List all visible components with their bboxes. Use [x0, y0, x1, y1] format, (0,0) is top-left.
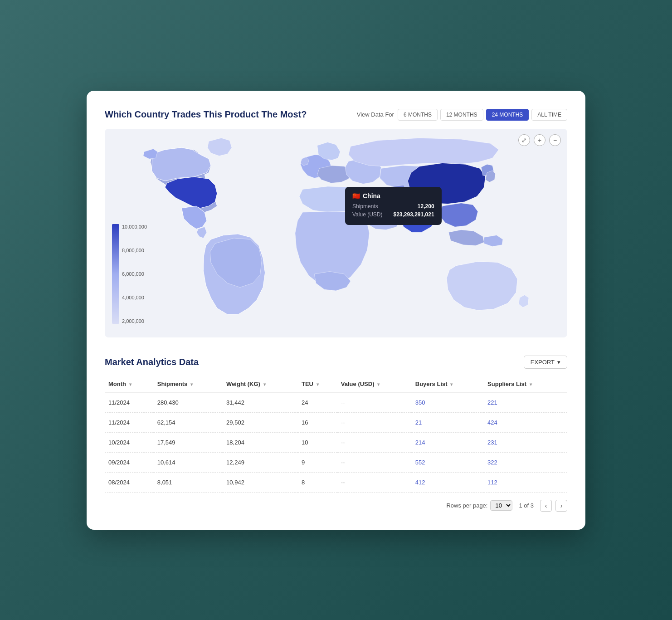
time-btn-all-time[interactable]: ALL TIME [531, 109, 567, 121]
cell-value--usd-: -- [337, 412, 412, 432]
tooltip-flag: 🇨🇳 [352, 192, 360, 200]
cell-teu: 9 [298, 452, 337, 472]
cell-value--usd-: -- [337, 452, 412, 472]
cell-suppliers-list[interactable]: 112 [484, 472, 567, 492]
main-card: Which Country Trades This Product The Mo… [87, 91, 585, 530]
sort-icon: ▾ [129, 382, 131, 387]
sort-icon: ▾ [190, 382, 193, 387]
time-btn-24-months[interactable]: 24 MONTHS [486, 109, 529, 121]
export-button[interactable]: EXPORT ▾ [524, 356, 567, 369]
cell-buyers-list[interactable]: 412 [412, 472, 484, 492]
table-title: Market Analytics Data [105, 357, 199, 367]
cell-month: 10/2024 [105, 432, 154, 452]
sort-icon: ▾ [377, 382, 380, 387]
export-label: EXPORT [531, 359, 555, 366]
zoom-out-button[interactable]: − [549, 134, 561, 146]
table-row: 11/202462,15429,50216--21424 [105, 412, 567, 432]
table-footer: Rows per page: 10 25 50 1 of 3 ‹ › [105, 500, 567, 512]
cell-suppliers-list[interactable]: 322 [484, 452, 567, 472]
sort-icon: ▾ [317, 382, 319, 387]
next-page-button[interactable]: › [555, 500, 567, 512]
cell-weight--kg-: 12,249 [223, 452, 298, 472]
table-row: 11/2024280,43031,44224--350221 [105, 392, 567, 413]
map-controls: ⤢ + − [518, 134, 561, 146]
col-header-buyers-list[interactable]: Buyers List ▾ [412, 376, 484, 392]
cell-teu: 24 [298, 392, 337, 413]
rows-per-page: Rows per page: 10 25 50 [446, 500, 512, 511]
sort-icon: ▾ [263, 382, 266, 387]
analytics-table: Month ▾Shipments ▾Weight (KG) ▾TEU ▾Valu… [105, 376, 567, 493]
cell-teu: 16 [298, 412, 337, 432]
view-data-controls: View Data For 6 MONTHS12 MONTHS24 MONTHS… [357, 109, 567, 121]
cell-value--usd-: -- [337, 472, 412, 492]
legend-label: 6,000,000 [122, 271, 147, 277]
col-header-teu[interactable]: TEU ▾ [298, 376, 337, 392]
cell-shipments: 62,154 [154, 412, 223, 432]
col-header-weight--kg-[interactable]: Weight (KG) ▾ [223, 376, 298, 392]
col-header-value--usd-[interactable]: Value (USD) ▾ [337, 376, 412, 392]
tooltip-shipments-row: Shipments 12,200 [352, 203, 434, 210]
table-header-row: Month ▾Shipments ▾Weight (KG) ▾TEU ▾Valu… [105, 376, 567, 392]
map-title: Which Country Trades This Product The Mo… [105, 109, 307, 120]
export-chevron-icon: ▾ [557, 359, 560, 366]
fullscreen-button[interactable]: ⤢ [518, 134, 530, 146]
cell-value--usd-: -- [337, 392, 412, 413]
cell-buyers-list[interactable]: 214 [412, 432, 484, 452]
legend-label: 10,000,000 [122, 224, 147, 229]
cell-buyers-list[interactable]: 21 [412, 412, 484, 432]
cell-weight--kg-: 31,442 [223, 392, 298, 413]
prev-page-button[interactable]: ‹ [540, 500, 552, 512]
rows-per-page-label: Rows per page: [446, 502, 487, 509]
cell-teu: 10 [298, 432, 337, 452]
legend-label: 4,000,000 [122, 295, 147, 300]
col-header-month[interactable]: Month ▾ [105, 376, 154, 392]
cell-month: 09/2024 [105, 452, 154, 472]
cell-buyers-list[interactable]: 350 [412, 392, 484, 413]
cell-weight--kg-: 18,204 [223, 432, 298, 452]
tooltip-country-name: China [363, 192, 380, 200]
map-legend: 10,000,0008,000,0006,000,0004,000,0002,0… [112, 224, 147, 324]
cell-suppliers-list[interactable]: 231 [484, 432, 567, 452]
cell-month: 11/2024 [105, 412, 154, 432]
table-body: 11/2024280,43031,44224--35022111/202462,… [105, 392, 567, 493]
table-row: 09/202410,61412,2499--552322 [105, 452, 567, 472]
time-btn-12-months[interactable]: 12 MONTHS [440, 109, 483, 121]
rows-per-page-select[interactable]: 10 25 50 [490, 500, 512, 511]
tooltip-shipments-label: Shipments [352, 203, 378, 210]
world-map [105, 129, 567, 337]
cell-shipments: 280,430 [154, 392, 223, 413]
cell-buyers-list[interactable]: 552 [412, 452, 484, 472]
cell-month: 08/2024 [105, 472, 154, 492]
tooltip-value-row: Value (USD) $23,293,291,021 [352, 211, 434, 218]
cell-suppliers-list[interactable]: 424 [484, 412, 567, 432]
col-header-suppliers-list[interactable]: Suppliers List ▾ [484, 376, 567, 392]
time-btn-6-months[interactable]: 6 MONTHS [398, 109, 438, 121]
cell-suppliers-list[interactable]: 221 [484, 392, 567, 413]
legend-labels: 10,000,0008,000,0006,000,0004,000,0002,0… [122, 224, 147, 324]
legend-bar [112, 224, 119, 324]
tooltip-value-label: Value (USD) [352, 211, 382, 218]
zoom-in-button[interactable]: + [534, 134, 545, 146]
table-row: 08/20248,05110,9428--412112 [105, 472, 567, 492]
time-buttons: 6 MONTHS12 MONTHS24 MONTHSALL TIME [398, 109, 567, 121]
tooltip-value-value: $23,293,291,021 [393, 211, 434, 218]
tooltip-country: 🇨🇳 China [352, 192, 434, 200]
table-section-header: Market Analytics Data EXPORT ▾ [105, 356, 567, 369]
legend-label: 2,000,000 [122, 318, 147, 324]
table-row: 10/202417,54918,20410--214231 [105, 432, 567, 452]
map-tooltip: 🇨🇳 China Shipments 12,200 Value (USD) $2… [345, 187, 442, 225]
map-container: ⤢ + − [105, 129, 567, 337]
cell-value--usd-: -- [337, 432, 412, 452]
sort-icon: ▾ [530, 382, 532, 387]
cell-weight--kg-: 10,942 [223, 472, 298, 492]
page-navigation: ‹ › [540, 500, 567, 512]
page-info: 1 of 3 [519, 502, 534, 509]
sort-icon: ▾ [450, 382, 453, 387]
view-data-label: View Data For [357, 111, 394, 118]
cell-shipments: 17,549 [154, 432, 223, 452]
cell-weight--kg-: 29,502 [223, 412, 298, 432]
cell-teu: 8 [298, 472, 337, 492]
tooltip-shipments-value: 12,200 [418, 203, 434, 210]
col-header-shipments[interactable]: Shipments ▾ [154, 376, 223, 392]
cell-shipments: 10,614 [154, 452, 223, 472]
